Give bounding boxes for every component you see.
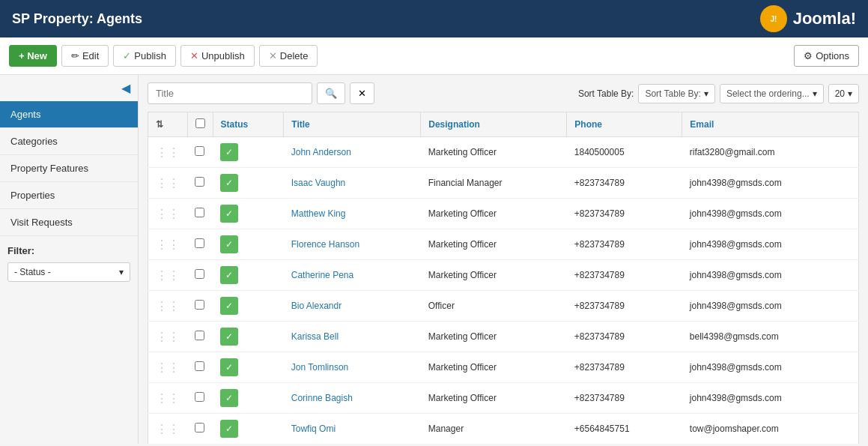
sidebar-item-agents[interactable]: Agents <box>0 101 138 128</box>
drag-handle[interactable]: ⋮⋮ <box>148 383 188 414</box>
drag-handle[interactable]: ⋮⋮ <box>148 229 188 260</box>
row-checkbox-cell <box>187 352 213 383</box>
drag-handle[interactable]: ⋮⋮ <box>148 352 188 383</box>
agent-name-link[interactable]: Matthew King <box>291 208 346 219</box>
agent-name-link[interactable]: Jon Tomlinson <box>291 362 349 373</box>
agent-name-link[interactable]: Florence Hanson <box>291 239 359 250</box>
chevron-down-icon: ▾ <box>119 267 124 277</box>
row-checkbox[interactable] <box>195 208 204 217</box>
gear-icon: ⚙ <box>804 50 813 61</box>
row-checkbox[interactable] <box>195 331 204 340</box>
delete-button[interactable]: ✕ Delete <box>259 45 318 67</box>
drag-handle[interactable]: ⋮⋮ <box>148 291 188 322</box>
sidebar-nav: Agents Categories Property Features Prop… <box>0 101 138 236</box>
sidebar-toggle-area: ◀ <box>0 75 138 101</box>
table-row: ⋮⋮ ✓ Corinne Bagish Marketing Officer +8… <box>148 383 859 414</box>
phone-cell: +823734789 <box>567 260 682 291</box>
delete-x-icon: ✕ <box>269 50 277 61</box>
status-badge[interactable]: ✓ <box>220 266 238 284</box>
status-cell: ✓ <box>213 322 284 352</box>
col-designation[interactable]: Designation <box>421 112 567 137</box>
status-badge[interactable]: ✓ <box>220 358 238 376</box>
agent-name-link[interactable]: John Anderson <box>291 147 351 157</box>
sort-by-select[interactable]: Sort Table By: Sort Table By: ▾ <box>638 84 714 103</box>
row-checkbox[interactable] <box>195 300 204 310</box>
per-page-select[interactable]: 20 ▾ <box>828 84 859 103</box>
status-badge[interactable]: ✓ <box>220 235 238 253</box>
unpublish-button[interactable]: ✕ Unpublish <box>180 45 255 67</box>
drag-handle[interactable]: ⋮⋮ <box>148 322 188 352</box>
table-row: ⋮⋮ ✓ Karissa Bell Marketing Officer +823… <box>148 322 859 352</box>
status-cell: ✓ <box>213 352 284 383</box>
table-row: ⋮⋮ ✓ Catherine Pena Marketing Officer +8… <box>148 260 859 291</box>
clear-icon: ✕ <box>358 88 366 99</box>
sidebar-toggle-button[interactable]: ◀ <box>121 81 130 95</box>
joomla-logo: J! Joomla! <box>760 5 856 32</box>
search-input[interactable] <box>148 82 312 104</box>
status-filter-select[interactable]: - Status - ▾ <box>7 262 130 282</box>
status-badge[interactable]: ✓ <box>220 389 238 407</box>
ordering-select[interactable]: Select the ordering... ▾ <box>720 84 824 103</box>
col-title[interactable]: Title <box>284 112 421 137</box>
select-all-checkbox[interactable] <box>195 118 205 128</box>
row-checkbox[interactable] <box>195 361 204 371</box>
drag-handle[interactable]: ⋮⋮ <box>148 137 188 168</box>
sidebar-item-visit-requests[interactable]: Visit Requests <box>0 209 138 236</box>
sidebar-item-properties[interactable]: Properties <box>0 182 138 209</box>
col-status[interactable]: Status <box>213 112 284 137</box>
publish-button[interactable]: ✓ Publish <box>113 45 176 67</box>
name-cell: Matthew King <box>284 199 421 229</box>
row-checkbox-cell <box>187 322 213 352</box>
agent-name-link[interactable]: Towfiq Omi <box>291 424 336 434</box>
page-title: SP Property: Agents <box>12 11 142 27</box>
agent-name-link[interactable]: Karissa Bell <box>291 331 339 342</box>
drag-handle[interactable]: ⋮⋮ <box>148 199 188 229</box>
col-email[interactable]: Email <box>682 112 859 137</box>
phone-cell: +823734789 <box>567 322 682 352</box>
row-checkbox-cell <box>187 414 213 445</box>
phone-cell: +6564845751 <box>567 414 682 445</box>
status-badge[interactable]: ✓ <box>220 420 238 438</box>
agent-name-link[interactable]: Corinne Bagish <box>291 393 353 403</box>
row-checkbox[interactable] <box>195 269 204 279</box>
row-checkbox[interactable] <box>195 238 204 248</box>
table-row: ⋮⋮ ✓ Towfiq Omi Manager +6564845751 tow@… <box>148 414 859 445</box>
clear-search-button[interactable]: ✕ <box>350 82 374 104</box>
row-checkbox[interactable] <box>195 146 204 156</box>
status-badge[interactable]: ✓ <box>220 297 238 315</box>
phone-cell: +823734789 <box>567 352 682 383</box>
new-button[interactable]: + New <box>9 45 57 67</box>
status-badge[interactable]: ✓ <box>220 143 238 161</box>
name-cell: Towfiq Omi <box>284 414 421 445</box>
publish-check-icon: ✓ <box>123 50 131 61</box>
col-phone[interactable]: Phone <box>567 112 682 137</box>
sidebar-item-property-features[interactable]: Property Features <box>0 155 138 182</box>
status-badge[interactable]: ✓ <box>220 174 238 192</box>
per-page-chevron-icon: ▾ <box>848 88 852 99</box>
drag-handle[interactable]: ⋮⋮ <box>148 414 188 445</box>
status-badge[interactable]: ✓ <box>220 328 238 346</box>
ordering-chevron-icon: ▾ <box>813 88 817 99</box>
status-cell: ✓ <box>213 414 284 445</box>
drag-handle[interactable]: ⋮⋮ <box>148 260 188 291</box>
search-button[interactable]: 🔍 <box>317 82 345 104</box>
agent-name-link[interactable]: Isaac Vaughn <box>291 178 346 188</box>
row-checkbox[interactable] <box>195 177 204 187</box>
agent-name-link[interactable]: Bio Alexandr <box>291 301 342 311</box>
agent-name-link[interactable]: Catherine Pena <box>291 270 353 280</box>
row-checkbox[interactable] <box>195 423 204 433</box>
edit-button[interactable]: ✏ Edit <box>61 45 109 67</box>
row-checkbox-cell <box>187 199 213 229</box>
col-check[interactable] <box>187 112 213 137</box>
table-row: ⋮⋮ ✓ Bio Alexandr Officer +823734789 joh… <box>148 291 859 322</box>
drag-handle[interactable]: ⋮⋮ <box>148 168 188 199</box>
email-cell: rifat3280@gmail.com <box>682 137 859 168</box>
sidebar-item-categories[interactable]: Categories <box>0 128 138 155</box>
main-content: 🔍 ✕ Sort Table By: Sort Table By: Sort T… <box>139 75 868 444</box>
options-button[interactable]: ⚙ Options <box>794 45 859 67</box>
row-checkbox[interactable] <box>195 392 204 402</box>
table-row: ⋮⋮ ✓ Matthew King Marketing Officer +823… <box>148 199 859 229</box>
row-checkbox-cell <box>187 260 213 291</box>
designation-cell: Marketing Officer <box>421 322 567 352</box>
status-badge[interactable]: ✓ <box>220 205 238 223</box>
